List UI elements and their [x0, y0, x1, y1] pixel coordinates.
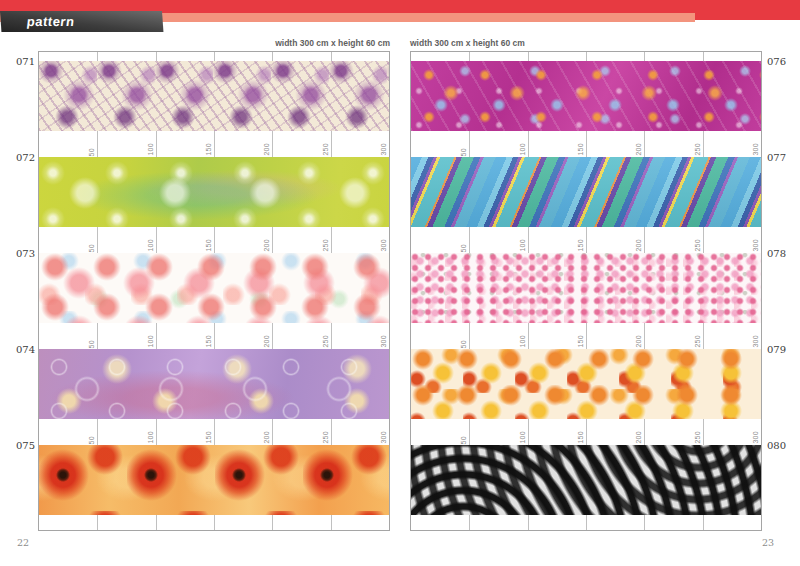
ruler-tick-cell: 50 — [411, 227, 469, 253]
ruler-tick-label: 100 — [519, 431, 526, 444]
ruler-tick-label: 250 — [694, 239, 701, 252]
ruler-tick-cell: 150 — [528, 419, 586, 445]
ruler-tick-cell: 250 — [644, 131, 702, 157]
ruler-tick-cell: 50 — [39, 227, 97, 253]
ruler-tick-cell: 50 — [39, 131, 97, 157]
pattern-number-071: 071 — [9, 56, 35, 67]
ruler-tick-cell: 250 — [272, 131, 330, 157]
ruler-tick-cell: 200 — [214, 419, 272, 445]
ruler-tick-label: 250 — [694, 431, 701, 444]
ruler-tick-label: 200 — [263, 431, 270, 444]
pattern-number-075: 075 — [9, 440, 35, 451]
ruler-tick-label: 150 — [205, 335, 212, 348]
ruler-tick-label: 50 — [460, 340, 467, 348]
ruler-tick-row: 50100150200250300 — [411, 131, 761, 157]
ruler-tick-row: 50100150200250300 — [39, 227, 389, 253]
size-caption-right: width 300 cm x height 60 cm — [410, 38, 762, 48]
catalog-spread: pattern width 300 cm x height 60 cm widt… — [0, 0, 800, 566]
pattern-swatch-074 — [39, 349, 389, 419]
size-caption-left: width 300 cm x height 60 cm — [38, 38, 390, 48]
ruler-tick-cell: 300 — [331, 227, 389, 253]
ruler-tick-cell: 200 — [586, 227, 644, 253]
ruler-tick-cell: 100 — [97, 131, 155, 157]
pattern-swatch-079 — [411, 349, 761, 419]
ruler-tick-cell: 100 — [469, 419, 527, 445]
ruler-tick-label: 250 — [322, 143, 329, 156]
ruler-tick-cell: 250 — [272, 419, 330, 445]
ruler-tick-label: 50 — [460, 436, 467, 444]
ruler-tick-cell: 150 — [528, 323, 586, 349]
ruler-tick-cell: 250 — [644, 227, 702, 253]
ruler-tick-label: 200 — [263, 335, 270, 348]
pattern-number-077: 077 — [767, 152, 793, 163]
ruler-tick-row: 50100150200250300 — [411, 419, 761, 445]
ruler-tick-cell: 150 — [156, 419, 214, 445]
ruler-tick-label: 200 — [263, 239, 270, 252]
page-number-right: 23 — [762, 537, 774, 548]
pattern-number-080: 080 — [767, 440, 793, 451]
ruler-tick-label: 150 — [205, 431, 212, 444]
pattern-number-078: 078 — [767, 248, 793, 259]
ruler-tick-label: 300 — [752, 431, 759, 444]
ruler-tick-label: 300 — [380, 239, 387, 252]
ruler-tick-label: 300 — [752, 143, 759, 156]
ruler-tick-cell: 150 — [528, 131, 586, 157]
ruler-tick-label: 250 — [322, 239, 329, 252]
ruler-tick-cell: 200 — [214, 227, 272, 253]
ruler-tick-label: 100 — [147, 239, 154, 252]
ruler-tick-cell: 100 — [469, 131, 527, 157]
pattern-swatch-080 — [411, 445, 761, 515]
ruler-tick-label: 150 — [577, 335, 584, 348]
header-red-bar-right — [695, 0, 800, 20]
ruler-tick-label: 200 — [635, 335, 642, 348]
ruler-tick-label: 100 — [519, 335, 526, 348]
ruler-tick-cell: 50 — [411, 419, 469, 445]
ruler-tick-cell: 250 — [272, 227, 330, 253]
ruler-tick-label: 250 — [694, 335, 701, 348]
ruler-tick-label: 250 — [322, 431, 329, 444]
ruler-tick-label: 100 — [147, 431, 154, 444]
measuring-sheet-right: 5010015020025030050100150200250300501001… — [410, 51, 762, 531]
pattern-swatch-077 — [411, 157, 761, 227]
ruler-tick-label: 250 — [694, 143, 701, 156]
ruler-tick-label: 300 — [752, 239, 759, 252]
ruler-tick-row: 50100150200250300 — [411, 227, 761, 253]
ruler-tick-label: 200 — [635, 143, 642, 156]
ruler-tick-label: 150 — [577, 143, 584, 156]
ruler-tick-cell: 100 — [469, 227, 527, 253]
ruler-tick-cell: 50 — [411, 323, 469, 349]
ruler-tick-label: 100 — [147, 335, 154, 348]
ruler-tick-label: 100 — [147, 143, 154, 156]
ruler-tick-label: 50 — [88, 244, 95, 252]
ruler-tick-cell: 300 — [703, 131, 761, 157]
ruler-tick-cell: 300 — [331, 323, 389, 349]
pattern-number-076: 076 — [767, 56, 793, 67]
ruler-tick-cell: 250 — [644, 323, 702, 349]
ruler-tick-cell: 50 — [39, 419, 97, 445]
ruler-tick-cell: 300 — [703, 323, 761, 349]
pattern-swatch-071 — [39, 61, 389, 131]
ruler-tick-label: 50 — [88, 340, 95, 348]
ruler-tick-label: 150 — [205, 239, 212, 252]
ruler-tick-cell: 50 — [411, 131, 469, 157]
section-banner: pattern — [0, 11, 163, 32]
ruler-tick-cell: 200 — [586, 323, 644, 349]
ruler-tick-label: 150 — [577, 431, 584, 444]
ruler-tick-row: 50100150200250300 — [39, 419, 389, 445]
ruler-tick-label: 150 — [577, 239, 584, 252]
ruler-tick-label: 50 — [460, 244, 467, 252]
pattern-number-079: 079 — [767, 344, 793, 355]
ruler-tick-cell: 100 — [97, 227, 155, 253]
ruler-tick-cell: 300 — [703, 419, 761, 445]
ruler-tick-label: 200 — [263, 143, 270, 156]
measuring-sheet-left: 5010015020025030050100150200250300501001… — [38, 51, 390, 531]
section-title: pattern — [0, 11, 163, 32]
ruler-tick-row: 50100150200250300 — [39, 131, 389, 157]
ruler-tick-label: 150 — [205, 143, 212, 156]
pattern-swatch-076 — [411, 61, 761, 131]
ruler-tick-cell: 50 — [39, 323, 97, 349]
ruler-tick-cell: 250 — [272, 323, 330, 349]
ruler-tick-label: 300 — [752, 335, 759, 348]
ruler-tick-cell: 150 — [156, 131, 214, 157]
pattern-number-072: 072 — [9, 152, 35, 163]
